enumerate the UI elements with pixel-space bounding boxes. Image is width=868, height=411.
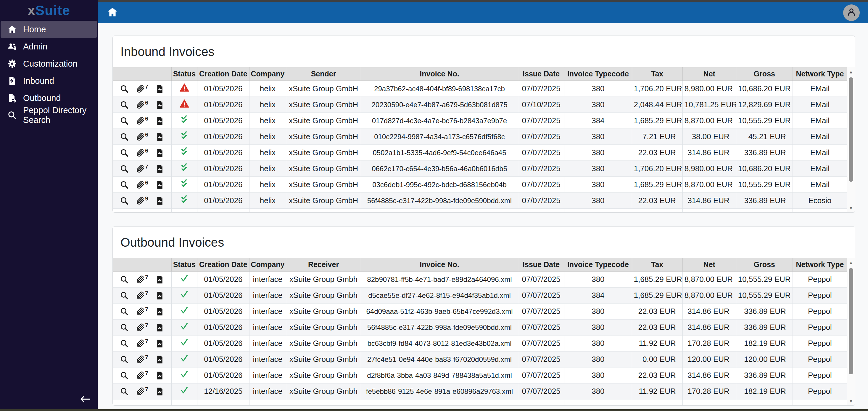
- column-header[interactable]: [113, 258, 172, 271]
- table-row[interactable]: 901/05/2026helixxSuite Group GmbH56f4885…: [113, 193, 847, 209]
- attachments-icon[interactable]: 7: [136, 164, 148, 173]
- outbound-scrollbar[interactable]: ▲ ▼: [847, 258, 855, 405]
- scrollbar-thumb[interactable]: [849, 77, 853, 182]
- search-icon[interactable]: [120, 371, 129, 380]
- column-header[interactable]: Company: [249, 258, 286, 271]
- table-row[interactable]: 701/05/2026interfacexSuite Group Gmbh27f…: [113, 351, 847, 368]
- search-icon[interactable]: [120, 164, 129, 173]
- column-header[interactable]: Invoice Typecode: [564, 67, 632, 81]
- table-row[interactable]: 601/05/2026helixxSuite Group GmbH0502a1b…: [113, 145, 847, 161]
- attachments-icon[interactable]: 7: [136, 291, 148, 300]
- table-row[interactable]: 701/05/2026interfacexSuite Group Gmbhbc6…: [113, 335, 847, 351]
- sidebar-item-home[interactable]: Home: [1, 21, 97, 38]
- attachments-icon[interactable]: 7: [136, 355, 148, 364]
- xml-file-icon[interactable]: [155, 84, 164, 93]
- column-header[interactable]: Net: [682, 67, 736, 81]
- xml-file-icon[interactable]: [155, 180, 164, 189]
- attachments-icon[interactable]: 7: [136, 84, 148, 93]
- column-header[interactable]: Sender: [286, 67, 361, 81]
- table-row[interactable]: 701/05/2026interfacexSuite Group Gmbhd5c…: [113, 288, 847, 303]
- column-header[interactable]: Creation Date: [197, 258, 249, 271]
- column-header[interactable]: Company: [249, 67, 286, 81]
- column-header[interactable]: [113, 67, 172, 81]
- table-row[interactable]: 601/05/2026helixxSuite Group GmbH2023059…: [113, 97, 847, 113]
- search-icon[interactable]: [120, 148, 129, 157]
- column-header[interactable]: Issue Date: [518, 67, 564, 81]
- search-icon[interactable]: [120, 100, 129, 109]
- topbar-home-button[interactable]: [106, 6, 119, 19]
- xml-file-icon[interactable]: [155, 291, 164, 300]
- search-icon[interactable]: [120, 355, 129, 364]
- attachments-icon[interactable]: 6: [136, 180, 148, 189]
- search-icon[interactable]: [120, 323, 129, 332]
- table-row[interactable]: 701/05/2026interfacexSuite Group Gmbhd2f…: [113, 368, 847, 383]
- user-avatar-button[interactable]: [843, 4, 860, 21]
- table-row[interactable]: 701/05/2026helixxSuite Group GmbH0662e17…: [113, 161, 847, 177]
- search-icon[interactable]: [120, 291, 129, 300]
- attachments-icon[interactable]: 7: [136, 323, 148, 332]
- column-header[interactable]: Status: [172, 258, 197, 271]
- attachments-icon[interactable]: 7: [136, 371, 148, 380]
- sidebar-item-peppol-directory-search[interactable]: Peppol Directory Search: [1, 107, 97, 124]
- column-header[interactable]: Gross: [736, 67, 793, 81]
- xml-file-icon[interactable]: [155, 133, 164, 141]
- attachments-icon[interactable]: 6: [136, 148, 148, 157]
- table-row[interactable]: 601/05/2026helixxSuite Group GmbH010c229…: [113, 129, 847, 145]
- sidebar-item-inbound[interactable]: Inbound: [1, 72, 97, 89]
- attachments-icon[interactable]: 6: [136, 133, 148, 141]
- search-icon[interactable]: [120, 180, 129, 189]
- attachments-icon[interactable]: 9: [136, 196, 148, 205]
- column-header[interactable]: Tax: [632, 258, 682, 271]
- sidebar-item-outbound[interactable]: Outbound: [1, 89, 97, 107]
- attachments-icon[interactable]: 6: [136, 100, 148, 109]
- attachments-icon[interactable]: 6: [136, 116, 148, 125]
- search-icon[interactable]: [120, 116, 129, 125]
- table-row[interactable]: 601/05/2026helixxSuite Group GmbH03c6deb…: [113, 177, 847, 193]
- column-header[interactable]: Receiver: [286, 258, 361, 271]
- table-row[interactable]: 701/05/2026interfacexSuite Group Gmbh64d…: [113, 303, 847, 320]
- table-row[interactable]: 701/05/2026interfacexSuite Group Gmbh56f…: [113, 320, 847, 335]
- sidebar-collapse-button[interactable]: [78, 394, 92, 406]
- table-row[interactable]: 701/05/2026interfacexSuite Group Gmbh82b…: [113, 271, 847, 288]
- xml-file-icon[interactable]: [155, 371, 164, 380]
- xml-file-icon[interactable]: [155, 307, 164, 316]
- scroll-down-icon[interactable]: ▼: [847, 397, 855, 405]
- scroll-down-icon[interactable]: ▼: [847, 204, 855, 212]
- xml-file-icon[interactable]: [155, 148, 164, 157]
- sidebar-item-customization[interactable]: Customization: [1, 55, 97, 72]
- search-icon[interactable]: [120, 387, 129, 396]
- sidebar-item-admin[interactable]: Admin: [1, 38, 97, 55]
- xml-file-icon[interactable]: [155, 387, 164, 396]
- attachments-icon[interactable]: 7: [136, 275, 148, 284]
- inbound-scrollbar[interactable]: ▲ ▼: [847, 67, 855, 212]
- search-icon[interactable]: [120, 307, 129, 316]
- scrollbar-thumb[interactable]: [849, 268, 853, 374]
- table-row[interactable]: 701/05/2026helixxSuite Group GmbH29a37b6…: [113, 81, 847, 97]
- column-header[interactable]: Gross: [736, 258, 793, 271]
- search-icon[interactable]: [120, 84, 129, 93]
- table-row[interactable]: 712/16/2025interfacexSuite Group Gmbhfe5…: [113, 383, 847, 400]
- attachments-icon[interactable]: 7: [136, 307, 148, 316]
- xml-file-icon[interactable]: [155, 100, 164, 109]
- scroll-up-icon[interactable]: ▲: [847, 68, 855, 76]
- column-header[interactable]: Invoice No.: [361, 258, 518, 271]
- attachments-icon[interactable]: 7: [136, 387, 148, 396]
- column-header[interactable]: Issue Date: [518, 258, 564, 271]
- column-header[interactable]: Network Type: [793, 258, 847, 271]
- attachments-icon[interactable]: 7: [136, 339, 148, 348]
- search-icon[interactable]: [120, 196, 129, 205]
- search-icon[interactable]: [120, 133, 129, 141]
- column-header[interactable]: Tax: [632, 67, 682, 81]
- scroll-up-icon[interactable]: ▲: [847, 259, 855, 266]
- xml-file-icon[interactable]: [155, 275, 164, 284]
- xml-file-icon[interactable]: [155, 116, 164, 125]
- xml-file-icon[interactable]: [155, 196, 164, 205]
- column-header[interactable]: Invoice No.: [361, 67, 518, 81]
- search-icon[interactable]: [120, 275, 129, 284]
- xml-file-icon[interactable]: [155, 164, 164, 173]
- column-header[interactable]: Creation Date: [197, 67, 249, 81]
- xml-file-icon[interactable]: [155, 323, 164, 332]
- xml-file-icon[interactable]: [155, 339, 164, 348]
- table-row[interactable]: 601/05/2026helixxSuite Group GmbH017d827…: [113, 113, 847, 129]
- column-header[interactable]: Invoice Typecode: [564, 258, 632, 271]
